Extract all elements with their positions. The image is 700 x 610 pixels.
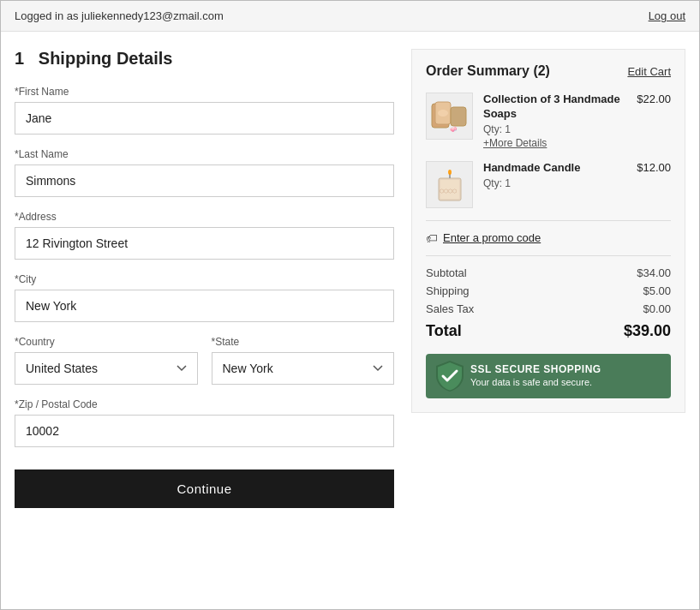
item-price-soaps: $22.00 [637, 93, 671, 105]
order-summary: Order Summary (2) Edit Cart 🧼 Collection… [411, 49, 685, 413]
shipping-section: 1 Shipping Details *First Name *Last Nam… [15, 49, 394, 592]
zip-group: *Zip / Postal Code [15, 398, 394, 447]
svg-point-2 [438, 110, 448, 117]
continue-button[interactable]: Continue [15, 469, 394, 508]
shipping-row: Shipping $5.00 [426, 284, 671, 297]
last-name-group: *Last Name [15, 148, 394, 197]
step-number: 1 [15, 49, 24, 68]
main-content: 1 Shipping Details *First Name *Last Nam… [1, 32, 699, 609]
item-more-soaps[interactable]: +More Details [483, 137, 626, 149]
item-image-candle: ⬡⬡⬡⬡ [426, 161, 473, 208]
address-input[interactable] [15, 227, 394, 260]
state-select[interactable]: New York California Texas [212, 352, 395, 385]
address-group: *Address [15, 211, 394, 260]
state-group: *State New York California Texas [212, 336, 395, 385]
subtotal-value: $34.00 [637, 266, 671, 279]
item-name-soaps: Collection of 3 Handmade Soaps [483, 93, 626, 122]
order-item-soaps: 🧼 Collection of 3 Handmade Soaps Qty: 1 … [426, 93, 671, 149]
divider-1 [426, 220, 671, 221]
last-name-input[interactable] [15, 164, 394, 197]
country-group: *Country United States Canada United Kin… [15, 336, 198, 385]
svg-rect-3 [451, 107, 466, 126]
svg-text:⬡⬡⬡⬡: ⬡⬡⬡⬡ [440, 188, 457, 194]
subtotal-row: Subtotal $34.00 [426, 266, 671, 279]
tax-value: $0.00 [643, 302, 671, 315]
ssl-text: SSL SECURE SHOPPING Your data is safe an… [470, 362, 601, 390]
item-price-candle: $12.00 [637, 161, 671, 174]
ssl-shield-icon [436, 361, 464, 392]
edit-cart-link[interactable]: Edit Cart [627, 65, 671, 78]
ssl-subtitle: Your data is safe and secure. [470, 377, 592, 387]
city-input[interactable] [15, 290, 394, 322]
country-select[interactable]: United States Canada United Kingdom [15, 352, 198, 385]
divider-2 [426, 255, 671, 256]
svg-text:🧼: 🧼 [450, 125, 458, 133]
zip-input[interactable] [15, 415, 394, 447]
item-qty-candle: Qty: 1 [483, 177, 626, 189]
tax-row: Sales Tax $0.00 [426, 302, 671, 315]
city-group: *City [15, 273, 394, 322]
logout-link[interactable]: Log out [649, 9, 685, 22]
ssl-title: SSL SECURE SHOPPING [470, 362, 601, 377]
shipping-value: $5.00 [643, 284, 671, 297]
promo-icon: 🏷 [426, 231, 438, 245]
order-item-candle: ⬡⬡⬡⬡ Handmade Candle Qty: 1 $12.00 [426, 161, 671, 208]
candle-icon: ⬡⬡⬡⬡ [428, 163, 471, 206]
grand-total-row: Total $39.00 [426, 322, 671, 340]
first-name-group: *First Name [15, 86, 394, 135]
city-label: *City [15, 273, 394, 285]
address-label: *Address [15, 211, 394, 223]
logged-in-text: Logged in as juliekennedy123@zmail.com [15, 9, 224, 22]
shipping-title: 1 Shipping Details [15, 49, 394, 69]
country-state-row: *Country United States Canada United Kin… [15, 336, 394, 385]
top-bar: Logged in as juliekennedy123@zmail.com L… [1, 1, 699, 32]
svg-point-8 [448, 170, 452, 175]
item-qty-soaps: Qty: 1 [483, 123, 626, 135]
state-label: *State [212, 336, 395, 348]
first-name-label: *First Name [15, 86, 394, 98]
item-name-candle: Handmade Candle [483, 161, 626, 176]
shipping-title-text: Shipping Details [39, 49, 173, 68]
item-details-candle: Handmade Candle Qty: 1 [483, 161, 626, 189]
item-details-soaps: Collection of 3 Handmade Soaps Qty: 1 +M… [483, 93, 626, 149]
subtotal-label: Subtotal [426, 266, 467, 279]
page-wrapper: Logged in as juliekennedy123@zmail.com L… [0, 0, 700, 610]
first-name-input[interactable] [15, 102, 394, 135]
item-image-soaps: 🧼 [426, 93, 473, 140]
order-summary-header: Order Summary (2) Edit Cart [426, 63, 671, 79]
tax-label: Sales Tax [426, 302, 474, 315]
promo-code-row: 🏷 Enter a promo code [426, 231, 671, 245]
order-totals: Subtotal $34.00 Shipping $5.00 Sales Tax… [426, 266, 671, 340]
soap-icon: 🧼 [428, 95, 471, 138]
total-label: Total [426, 322, 462, 340]
shipping-label: Shipping [426, 284, 470, 297]
last-name-label: *Last Name [15, 148, 394, 160]
ssl-badge: SSL SECURE SHOPPING Your data is safe an… [426, 354, 671, 398]
promo-link[interactable]: Enter a promo code [443, 231, 541, 244]
zip-label: *Zip / Postal Code [15, 398, 394, 410]
total-value: $39.00 [624, 322, 671, 340]
country-label: *Country [15, 336, 198, 348]
order-summary-title: Order Summary (2) [426, 63, 550, 79]
